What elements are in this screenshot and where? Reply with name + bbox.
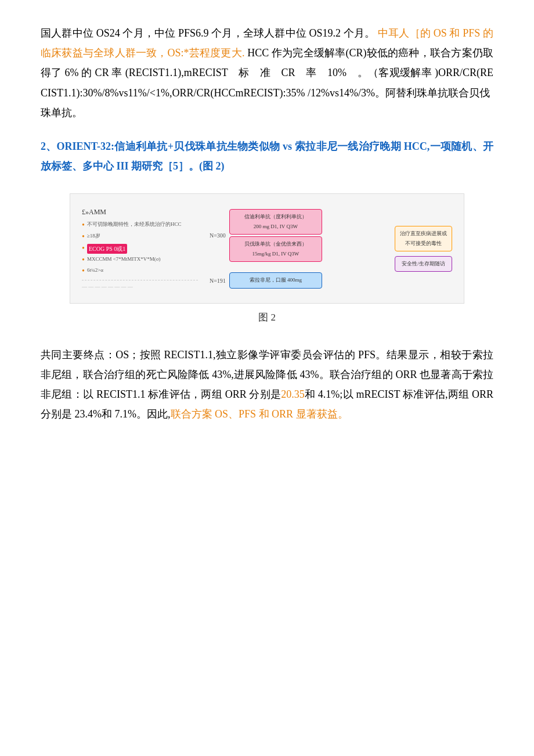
fig-left-panel: £»AMM • 不可切除晚期特性，未经系统治疗的HCC • ≥18岁 • ECO… xyxy=(82,207,198,291)
drug-box-2: 贝伐珠单抗（金优倍来西）15mg/kg D1, IV Q3W xyxy=(229,236,322,262)
fig-left-item-1: • 不可切除晚期特性，未经系统治疗的HCC xyxy=(82,221,198,231)
conclusion-orange: 联合方案 OS、PFS 和 ORR 显著获益。 xyxy=(171,408,348,420)
fig-left-item-2: • ≥18岁 xyxy=(82,232,198,242)
n191-label: N=191 xyxy=(210,275,226,286)
figure-2-container: £»AMM • 不可切除晚期特性，未经系统治疗的HCC • ≥18岁 • ECO… xyxy=(41,193,493,327)
section-2-heading: 2、ORIENT-32:信迪利单抗+贝伐珠单抗生物类似物 vs 索拉非尼一线治疗… xyxy=(41,136,493,176)
outcome-box-2: 安全性/生存期随访 xyxy=(395,256,452,272)
fig-left-item-4: • MXCCMM <7*MtMITX*V*M(σ) xyxy=(82,255,198,265)
outcome-box-1: 治疗直至疾病进展或不可接受的毒性 xyxy=(395,226,452,251)
fig-left-title: £»AMM xyxy=(82,207,198,217)
heading-text: 信迪利单抗+贝伐珠单抗生物类似物 vs 索拉非尼一线治疗晚期 HCC, xyxy=(114,141,430,152)
heading-number: 2、 xyxy=(41,141,57,152)
figure-2-image: £»AMM • 不可切除晚期特性，未经系统治疗的HCC • ≥18岁 • ECO… xyxy=(70,193,464,304)
n300-label: N=300 xyxy=(210,230,226,241)
paragraph-1: 国人群中位 OS24 个月，中位 PFS6.9 个月，全球人群中位 OS19.2… xyxy=(41,23,493,123)
text-os-pfs: 国人群中位 OS24 个月，中位 PFS6.9 个月，全球人群中位 OS19.2… xyxy=(41,27,375,39)
paragraph-3: 共同主要终点：OS；按照 RECIST1.1,独立影像学评审委员会评估的 PFS… xyxy=(41,345,493,424)
fig-left-item-5: • 6t¼2>α xyxy=(82,267,198,276)
heading-bold: ORIENT-32: xyxy=(57,141,114,152)
figure-caption: 图 2 xyxy=(258,308,276,327)
fig-left-item-3: • ECOG PS 0或1 xyxy=(82,244,198,254)
fig-right-panel: 治疗直至疾病进展或不可接受的毒性 安全性/生存期随访 xyxy=(395,226,452,272)
page-content: 国人群中位 OS24 个月，中位 PFS6.9 个月，全球人群中位 OS19.2… xyxy=(41,23,493,424)
fig-center-panel: N=300 信迪利单抗（度利利单抗）200 mg D1, IV Q3W 贝伐珠单… xyxy=(210,209,383,288)
drug-box-1: 信迪利单抗（度利利单抗）200 mg D1, IV Q3W xyxy=(229,209,322,235)
orr-value-orange: 20.35 xyxy=(281,388,305,400)
ecog-badge: ECOG PS 0或1 xyxy=(87,244,127,254)
control-box: 索拉非尼，口服 400mg xyxy=(229,272,322,288)
text-zhudan: 珠单抗。 xyxy=(41,107,82,118)
